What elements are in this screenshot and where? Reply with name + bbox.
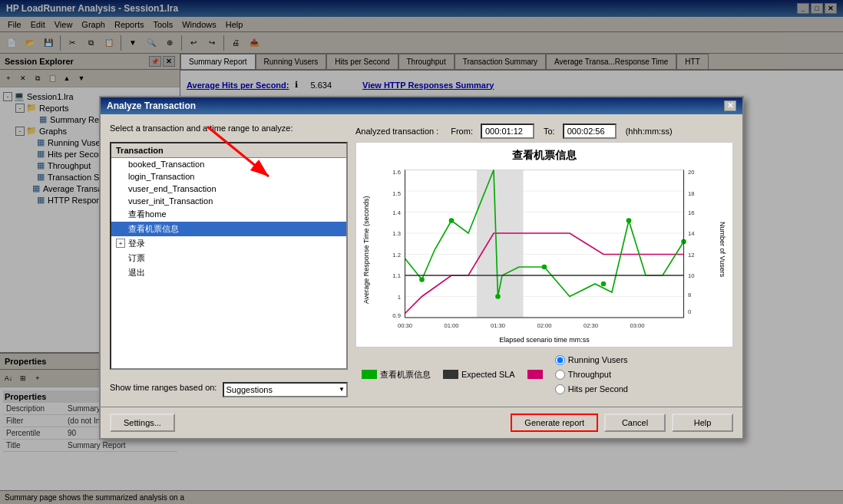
legend-running-vusers xyxy=(527,370,543,379)
svg-point-38 xyxy=(626,218,632,223)
dialog-left: Select a transaction and a time range to… xyxy=(110,124,348,397)
analyze-dialog: Analyze Transaction ✕ Select a transacti… xyxy=(99,96,744,440)
svg-text:00:30: 00:30 xyxy=(398,322,412,329)
dialog-overlay: Analyze Transaction ✕ Select a transacti… xyxy=(0,0,843,504)
radio-running-vusers[interactable]: Running Vusers xyxy=(555,355,628,365)
x-axis-label: Elapsed scenario time mm:ss xyxy=(359,336,729,344)
cancel-btn[interactable]: Cancel xyxy=(604,413,666,432)
analyzed-trans-label: Analyzed transaction : xyxy=(355,127,438,136)
legend-color-ticket xyxy=(362,370,377,379)
svg-text:18: 18 xyxy=(688,189,695,196)
svg-text:20: 20 xyxy=(688,169,695,176)
radio-tp-input[interactable] xyxy=(555,370,565,380)
trans-vuser-end-label: vuser_end_Transaction xyxy=(128,184,217,193)
svg-text:8: 8 xyxy=(688,291,691,298)
radio-throughput[interactable]: Throughput xyxy=(555,370,628,380)
svg-text:02:30: 02:30 xyxy=(583,322,598,329)
svg-text:1.6: 1.6 xyxy=(392,169,401,176)
chart-legend: 查看机票信息 Expected SLA xyxy=(355,364,549,385)
time-range-row: Show time ranges based on: Suggestions ▼ xyxy=(110,382,348,397)
time-range-value: Suggestions xyxy=(226,385,273,394)
svg-text:02:00: 02:00 xyxy=(537,322,551,329)
svg-text:0: 0 xyxy=(688,308,691,315)
svg-point-33 xyxy=(419,277,425,282)
legend-label-ticket: 查看机票信息 xyxy=(380,369,431,380)
trans-login[interactable]: login_Transaction xyxy=(111,170,346,183)
svg-point-36 xyxy=(542,264,547,269)
legend-color-rv xyxy=(527,370,543,379)
trans-login-cn-label: 登录 xyxy=(128,238,145,249)
svg-text:16: 16 xyxy=(688,209,695,216)
svg-text:03:00: 03:00 xyxy=(630,322,644,329)
from-label: From: xyxy=(451,127,473,136)
svg-point-37 xyxy=(601,281,607,286)
legend-label-sla: Expected SLA xyxy=(461,370,515,379)
trans-book-ticket[interactable]: 订票 xyxy=(111,251,346,265)
trans-vuser-init[interactable]: vuser_init_Transaction xyxy=(111,195,346,207)
svg-text:1.2: 1.2 xyxy=(392,251,401,258)
svg-text:1.5: 1.5 xyxy=(392,189,401,196)
svg-text:1.4: 1.4 xyxy=(392,209,401,216)
legend-color-sla xyxy=(443,370,458,379)
y-axis-left-label: Average Response Time (seconds) xyxy=(359,166,373,334)
trans-login-cn[interactable]: + 登录 xyxy=(111,236,346,251)
transaction-list[interactable]: Transaction booked_Transaction login_Tra… xyxy=(110,142,348,370)
dialog-title: Analyze Transaction xyxy=(107,100,196,111)
trans-booked[interactable]: booked_Transaction xyxy=(111,158,346,170)
radio-rv-input[interactable] xyxy=(555,355,565,365)
dialog-close-btn[interactable]: ✕ xyxy=(724,100,736,111)
svg-text:14: 14 xyxy=(688,230,695,237)
trans-login-label: login_Transaction xyxy=(128,172,194,181)
radio-area: Running Vusers Throughput Hits per Secon… xyxy=(549,352,634,397)
dialog-bottom: Settings... Generate report Cancel Help xyxy=(101,407,742,438)
select-label: Select a transaction and a time range to… xyxy=(110,124,348,133)
time-format-label: (hhh:mm:ss) xyxy=(626,127,673,136)
trans-check-home[interactable]: 查看home xyxy=(111,207,346,222)
settings-btn[interactable]: Settings... xyxy=(110,413,175,432)
svg-text:12: 12 xyxy=(688,251,695,258)
svg-text:0.9: 0.9 xyxy=(392,312,401,319)
chart-body: Average Response Time (seconds) xyxy=(359,166,729,334)
radio-tp-label: Throughput xyxy=(568,370,611,379)
radio-hits-per-second[interactable]: Hits per Second xyxy=(555,384,628,394)
chart-title: 查看机票信息 xyxy=(359,146,729,166)
svg-text:1: 1 xyxy=(398,293,401,300)
generate-report-btn[interactable]: Generate report xyxy=(511,413,598,432)
dialog-content: Select a transaction and a time range to… xyxy=(101,114,742,407)
radio-hps-input[interactable] xyxy=(555,384,565,394)
svg-text:01:00: 01:00 xyxy=(444,322,458,329)
svg-text:1.1: 1.1 xyxy=(392,272,401,279)
radio-hps-label: Hits per Second xyxy=(568,384,628,394)
trans-vuser-init-label: vuser_init_Transaction xyxy=(128,196,213,206)
trans-vuser-end[interactable]: vuser_end_Transaction xyxy=(111,183,346,195)
combo-arrow: ▼ xyxy=(339,386,345,393)
chart-svg: 1.6 1.5 1.4 1.3 1.2 1.1 1 0.9 20 18 16 xyxy=(373,166,716,334)
trans-header: Transaction xyxy=(111,143,346,158)
dialog-right: Analyzed transaction : From: To: (hhh:mm… xyxy=(355,124,733,397)
svg-point-35 xyxy=(495,294,501,299)
legend-expected-sla: Expected SLA xyxy=(443,370,515,379)
from-time-input[interactable] xyxy=(481,124,534,139)
trans-check-ticket-label: 查看机票信息 xyxy=(128,223,179,235)
radio-rv-label: Running Vusers xyxy=(568,355,628,364)
svg-text:10: 10 xyxy=(688,272,695,279)
trans-logout[interactable]: 退出 xyxy=(111,265,346,280)
trans-login-expand[interactable]: + xyxy=(116,239,125,248)
legend-radio-row: 查看机票信息 Expected SLA Running xyxy=(355,352,733,397)
svg-rect-2 xyxy=(405,170,684,318)
y-axis-right-label: Number of Vusers xyxy=(716,166,729,334)
svg-point-34 xyxy=(449,218,455,223)
trans-check-home-label: 查看home xyxy=(128,209,167,220)
chart-area: 查看机票信息 Average Response Time (seconds) xyxy=(355,142,733,348)
trans-check-ticket[interactable]: 查看机票信息 xyxy=(111,222,346,236)
trans-logout-label: 退出 xyxy=(128,267,145,278)
svg-text:1.3: 1.3 xyxy=(392,230,401,237)
dialog-titlebar: Analyze Transaction ✕ xyxy=(101,97,742,114)
trans-booked-label: booked_Transaction xyxy=(128,160,204,169)
svg-text:01:30: 01:30 xyxy=(491,322,505,329)
to-time-input[interactable] xyxy=(563,124,617,139)
time-range-combo[interactable]: Suggestions ▼ xyxy=(223,382,348,397)
trans-book-ticket-label: 订票 xyxy=(128,252,145,264)
to-label: To: xyxy=(544,127,555,136)
help-btn[interactable]: Help xyxy=(672,413,733,432)
